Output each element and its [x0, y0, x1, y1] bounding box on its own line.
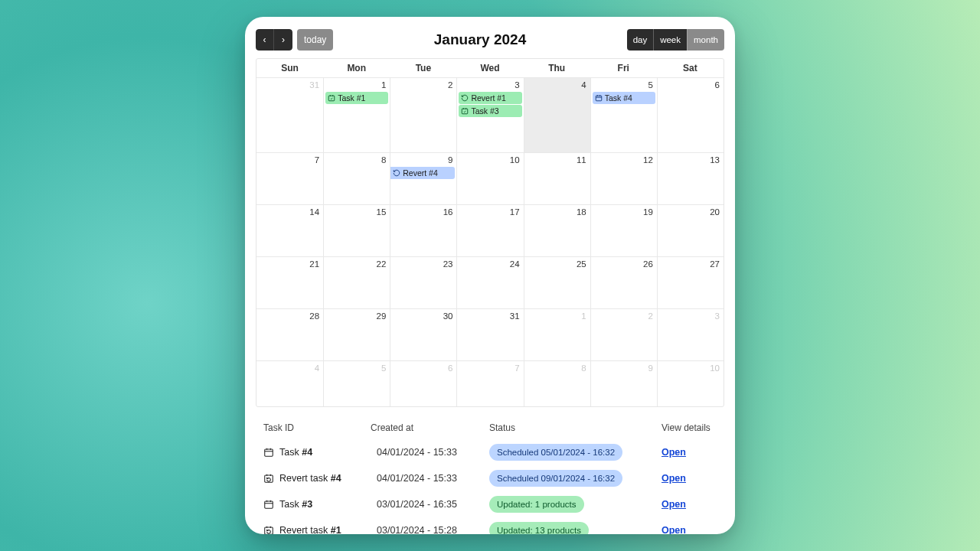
day-cell[interactable]: 31	[456, 308, 523, 360]
day-cell[interactable]: 2	[390, 77, 456, 152]
status-badge: Updated: 13 products	[489, 522, 589, 534]
dow-sat: Sat	[657, 59, 724, 77]
today-button[interactable]: today	[297, 29, 333, 51]
day-cell[interactable]: 5	[323, 360, 390, 406]
day-cell[interactable]: 1 Task #1	[323, 77, 390, 152]
day-cell[interactable]: 26	[590, 256, 657, 308]
calendar-icon	[263, 499, 274, 510]
day-cell[interactable]: 23	[390, 256, 456, 308]
dow-thu: Thu	[524, 59, 590, 77]
view-switcher: day week month	[627, 29, 724, 51]
day-cell[interactable]: 1	[524, 308, 590, 360]
day-cell[interactable]: 5 Task #4	[590, 77, 657, 152]
status-badge: Updated: 1 products	[489, 496, 584, 513]
task-label: Revert task #1	[279, 525, 341, 534]
event-task3[interactable]: Task #3	[459, 105, 521, 117]
event-task1[interactable]: Task #1	[325, 92, 388, 104]
page-background: ‹ › today January 2024 day week month Su…	[0, 0, 980, 551]
table-header: Task ID Created at Status View details	[256, 419, 724, 439]
day-cell[interactable]: 10	[456, 152, 523, 204]
prev-button[interactable]: ‹	[256, 29, 274, 51]
day-cell[interactable]: 3	[657, 308, 724, 360]
day-cell[interactable]: 11	[524, 152, 590, 204]
open-link[interactable]: Open	[662, 447, 686, 458]
day-cell[interactable]: 19	[590, 204, 657, 256]
svg-rect-3	[265, 449, 273, 456]
day-cell-today[interactable]: 4	[524, 77, 590, 152]
status-badge: Scheduled 09/01/2024 - 16:32	[489, 470, 622, 487]
day-cell[interactable]: 9	[590, 360, 657, 406]
revert-icon	[393, 169, 400, 177]
calendar-day-headers: Sun Mon Tue Wed Thu Fri Sat	[256, 59, 724, 77]
dow-tue: Tue	[390, 59, 456, 77]
day-cell[interactable]: 21	[256, 256, 323, 308]
day-cell[interactable]: 14	[256, 204, 323, 256]
created-at: 03/01/2024 - 16:35	[371, 499, 489, 510]
calendar-icon	[263, 447, 274, 458]
day-cell[interactable]: 17	[456, 204, 523, 256]
task-label: Revert task #4	[279, 473, 341, 484]
day-cell[interactable]: 6	[390, 360, 456, 406]
calendar-grid: 31 1 Task #1 2 3 Revert #1	[256, 77, 724, 406]
day-cell[interactable]: 25	[524, 256, 590, 308]
th-details: View details	[662, 422, 724, 433]
dow-mon: Mon	[323, 59, 390, 77]
task-table: Task ID Created at Status View details T…	[256, 419, 724, 534]
day-cell[interactable]: 27	[657, 256, 724, 308]
table-row: Task #4 04/01/2024 - 15:33 Scheduled 05/…	[256, 439, 724, 465]
th-task-id: Task ID	[263, 422, 371, 433]
table-row: Revert task #4 04/01/2024 - 15:33 Schedu…	[256, 465, 724, 491]
day-cell[interactable]: 31	[256, 77, 323, 152]
open-link[interactable]: Open	[662, 473, 686, 484]
day-cell[interactable]: 7	[256, 152, 323, 204]
calendar-toolbar: ‹ › today January 2024 day week month	[256, 28, 724, 52]
view-day[interactable]: day	[627, 29, 654, 51]
created-at: 03/01/2024 - 15:28	[371, 525, 489, 534]
view-week[interactable]: week	[653, 29, 687, 51]
view-month[interactable]: month	[687, 29, 724, 51]
day-cell[interactable]: 12	[590, 152, 657, 204]
open-link[interactable]: Open	[662, 525, 686, 534]
day-cell[interactable]: 8	[323, 152, 390, 204]
day-cell[interactable]: 8	[524, 360, 590, 406]
day-cell[interactable]: 15	[323, 204, 390, 256]
event-revert4[interactable]: Revert #4	[390, 167, 455, 179]
day-cell[interactable]: 20	[657, 204, 724, 256]
event-label: Revert #1	[471, 93, 506, 103]
day-cell[interactable]: 30	[390, 308, 456, 360]
calendar-icon	[595, 94, 603, 102]
day-cell[interactable]: 6	[657, 77, 724, 152]
event-label: Task #1	[338, 93, 365, 103]
day-cell[interactable]: 16	[390, 204, 456, 256]
svg-rect-5	[265, 501, 273, 508]
revert-icon	[461, 94, 469, 102]
day-cell[interactable]: 9 Revert #4	[390, 152, 456, 204]
day-cell[interactable]: 4	[256, 360, 323, 406]
open-link[interactable]: Open	[662, 499, 686, 510]
dow-fri: Fri	[590, 59, 657, 77]
day-cell[interactable]: 28	[256, 308, 323, 360]
chevron-left-icon: ‹	[263, 34, 266, 45]
day-cell[interactable]: 13	[657, 152, 724, 204]
day-cell[interactable]: 18	[524, 204, 590, 256]
day-cell[interactable]: 3 Revert #1 Task #3	[456, 77, 523, 152]
day-cell[interactable]: 7	[456, 360, 523, 406]
svg-rect-0	[328, 96, 335, 101]
th-created: Created at	[371, 422, 489, 433]
created-at: 04/01/2024 - 15:33	[371, 473, 489, 484]
event-task4[interactable]: Task #4	[593, 92, 655, 104]
day-cell[interactable]: 24	[456, 256, 523, 308]
event-label: Task #3	[471, 106, 498, 116]
event-revert1[interactable]: Revert #1	[459, 92, 521, 104]
th-status: Status	[489, 422, 662, 433]
day-cell[interactable]: 2	[590, 308, 657, 360]
dow-wed: Wed	[456, 59, 523, 77]
svg-rect-2	[596, 96, 602, 101]
next-button[interactable]: ›	[274, 29, 292, 51]
day-cell[interactable]: 29	[323, 308, 390, 360]
day-cell[interactable]: 22	[323, 256, 390, 308]
day-cell[interactable]: 10	[657, 360, 724, 406]
task-label: Task #3	[279, 499, 312, 510]
dow-sun: Sun	[256, 59, 323, 77]
revert-icon	[263, 525, 274, 534]
